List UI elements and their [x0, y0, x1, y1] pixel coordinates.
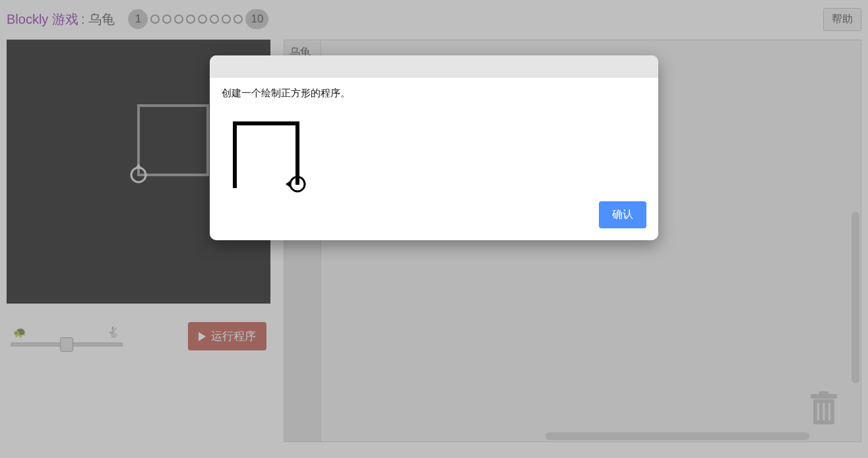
dialog-actions: 确认 [222, 201, 646, 228]
instruction-dialog: 创建一个绘制正方形的程序。 确认 [210, 55, 658, 240]
svg-marker-10 [286, 181, 290, 187]
dialog-titlebar[interactable] [210, 55, 658, 78]
dialog-message: 创建一个绘制正方形的程序。 [222, 87, 646, 100]
dialog-figure [222, 110, 646, 199]
ok-button[interactable]: 确认 [599, 201, 646, 228]
modal-overlay: 创建一个绘制正方形的程序。 确认 [0, 0, 868, 458]
dialog-body: 创建一个绘制正方形的程序。 确认 [210, 78, 658, 240]
